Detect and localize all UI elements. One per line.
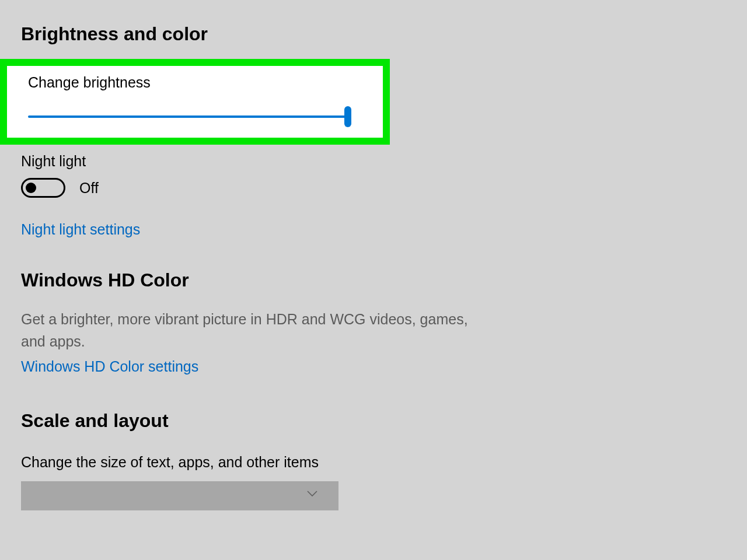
slider-thumb[interactable] bbox=[344, 106, 351, 127]
slider-track bbox=[28, 116, 348, 118]
windows-hd-color-heading: Windows HD Color bbox=[21, 270, 747, 291]
hd-color-description: Get a brighter, more vibrant picture in … bbox=[21, 309, 470, 352]
night-light-settings-link[interactable]: Night light settings bbox=[21, 221, 140, 238]
night-light-label: Night light bbox=[21, 153, 747, 170]
night-light-toggle[interactable] bbox=[21, 178, 65, 198]
scale-dropdown[interactable] bbox=[21, 481, 338, 510]
hd-color-settings-link[interactable]: Windows HD Color settings bbox=[21, 358, 198, 375]
night-light-state: Off bbox=[79, 180, 99, 197]
brightness-color-heading: Brightness and color bbox=[21, 23, 747, 45]
toggle-knob bbox=[26, 183, 36, 193]
highlighted-brightness-area: Change brightness bbox=[0, 59, 390, 145]
brightness-slider[interactable] bbox=[28, 108, 348, 125]
chevron-down-icon bbox=[307, 491, 317, 501]
scale-layout-heading: Scale and layout bbox=[21, 410, 747, 432]
change-brightness-label: Change brightness bbox=[28, 74, 370, 91]
scale-label: Change the size of text, apps, and other… bbox=[21, 454, 747, 471]
